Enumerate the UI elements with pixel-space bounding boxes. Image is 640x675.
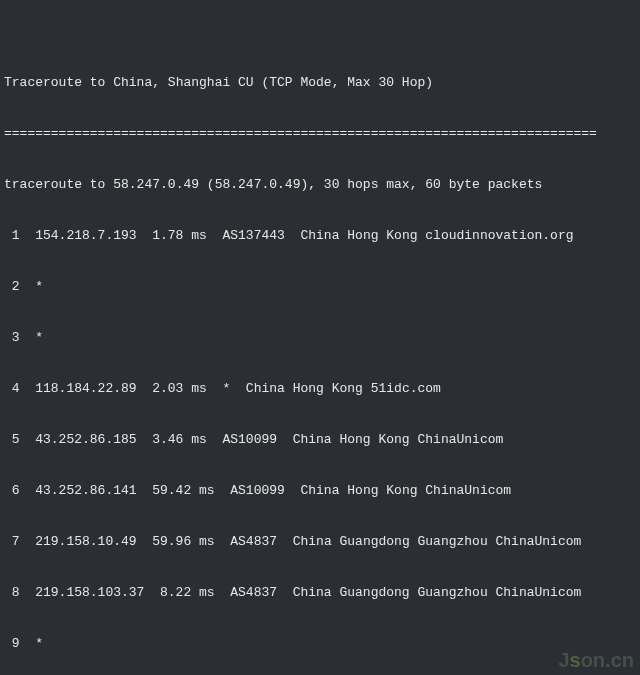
- hop-row: 643.252.86.141 59.42 ms AS10099 China Ho…: [4, 482, 636, 499]
- separator-line: ========================================…: [4, 125, 636, 142]
- traceroute-title: Traceroute to China, Shanghai CU (TCP Mo…: [4, 74, 636, 91]
- hop-row: 3*: [4, 329, 636, 346]
- hop-row: 9*: [4, 635, 636, 652]
- hop-row: 543.252.86.185 3.46 ms AS10099 China Hon…: [4, 431, 636, 448]
- hop-row: 2*: [4, 278, 636, 295]
- hop-row: 4118.184.22.89 2.03 ms * China Hong Kong…: [4, 380, 636, 397]
- terminal-output: Traceroute to China, Shanghai CU (TCP Mo…: [0, 0, 640, 675]
- hop-row: 1154.218.7.193 1.78 ms AS137443 China Ho…: [4, 227, 636, 244]
- traceroute-summary: traceroute to 58.247.0.49 (58.247.0.49),…: [4, 176, 636, 193]
- hop-row: 7219.158.10.49 59.96 ms AS4837 China Gua…: [4, 533, 636, 550]
- hop-row: 8219.158.103.37 8.22 ms AS4837 China Gua…: [4, 584, 636, 601]
